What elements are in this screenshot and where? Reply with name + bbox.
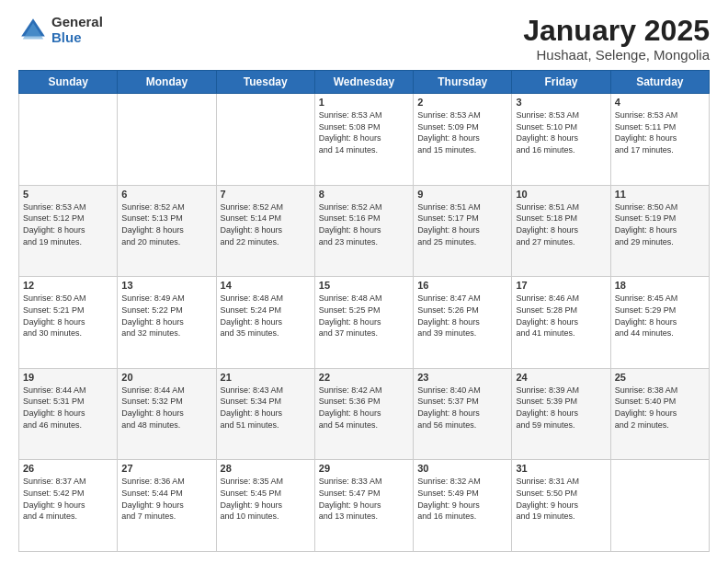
day-header-tuesday: Tuesday <box>216 71 314 94</box>
day-number: 31 <box>516 463 606 474</box>
day-number: 8 <box>319 189 409 200</box>
day-info: Sunrise: 8:36 AM Sunset: 5:44 PM Dayligh… <box>121 476 211 522</box>
day-info: Sunrise: 8:45 AM Sunset: 5:29 PM Dayligh… <box>615 293 705 339</box>
day-number: 15 <box>319 280 409 291</box>
day-number: 27 <box>121 463 211 474</box>
day-info: Sunrise: 8:52 AM Sunset: 5:14 PM Dayligh… <box>221 201 311 247</box>
day-info: Sunrise: 8:46 AM Sunset: 5:28 PM Dayligh… <box>516 293 606 339</box>
day-header-monday: Monday <box>118 71 216 94</box>
day-info: Sunrise: 8:52 AM Sunset: 5:16 PM Dayligh… <box>319 201 409 247</box>
day-number: 1 <box>319 97 409 108</box>
day-info: Sunrise: 8:53 AM Sunset: 5:08 PM Dayligh… <box>319 109 409 155</box>
calendar-cell: 6Sunrise: 8:52 AM Sunset: 5:13 PM Daylig… <box>118 185 216 277</box>
day-number: 20 <box>121 372 211 383</box>
day-info: Sunrise: 8:39 AM Sunset: 5:39 PM Dayligh… <box>516 385 606 431</box>
calendar-cell <box>19 94 118 186</box>
day-number: 14 <box>221 280 311 291</box>
day-info: Sunrise: 8:50 AM Sunset: 5:21 PM Dayligh… <box>23 293 113 339</box>
day-info: Sunrise: 8:38 AM Sunset: 5:40 PM Dayligh… <box>615 385 705 431</box>
day-info: Sunrise: 8:37 AM Sunset: 5:42 PM Dayligh… <box>23 476 113 522</box>
day-number: 16 <box>417 280 507 291</box>
day-header-sunday: Sunday <box>19 71 118 94</box>
day-info: Sunrise: 8:53 AM Sunset: 5:09 PM Dayligh… <box>417 109 507 155</box>
day-number: 5 <box>23 189 113 200</box>
day-number: 29 <box>319 463 409 474</box>
calendar-cell: 20Sunrise: 8:44 AM Sunset: 5:32 PM Dayli… <box>118 368 216 460</box>
calendar-cell: 1Sunrise: 8:53 AM Sunset: 5:08 PM Daylig… <box>314 94 413 186</box>
day-info: Sunrise: 8:31 AM Sunset: 5:50 PM Dayligh… <box>516 476 606 522</box>
logo-text: General Blue <box>51 15 103 45</box>
day-number: 22 <box>319 372 409 383</box>
day-info: Sunrise: 8:48 AM Sunset: 5:24 PM Dayligh… <box>221 293 311 339</box>
day-info: Sunrise: 8:40 AM Sunset: 5:37 PM Dayligh… <box>417 385 507 431</box>
calendar-cell <box>610 460 709 552</box>
day-info: Sunrise: 8:49 AM Sunset: 5:22 PM Dayligh… <box>121 293 211 339</box>
day-header-friday: Friday <box>512 71 610 94</box>
calendar-cell: 3Sunrise: 8:53 AM Sunset: 5:10 PM Daylig… <box>512 94 610 186</box>
day-info: Sunrise: 8:32 AM Sunset: 5:49 PM Dayligh… <box>417 476 507 522</box>
calendar-cell: 4Sunrise: 8:53 AM Sunset: 5:11 PM Daylig… <box>610 94 709 186</box>
calendar-cell: 15Sunrise: 8:48 AM Sunset: 5:25 PM Dayli… <box>314 277 413 369</box>
calendar-cell: 23Sunrise: 8:40 AM Sunset: 5:37 PM Dayli… <box>414 368 512 460</box>
page: General Blue January 2025 Hushaat, Selen… <box>0 0 728 563</box>
day-info: Sunrise: 8:48 AM Sunset: 5:25 PM Dayligh… <box>319 293 409 339</box>
day-info: Sunrise: 8:51 AM Sunset: 5:18 PM Dayligh… <box>516 201 606 247</box>
calendar-cell: 5Sunrise: 8:53 AM Sunset: 5:12 PM Daylig… <box>19 185 118 277</box>
calendar-cell: 12Sunrise: 8:50 AM Sunset: 5:21 PM Dayli… <box>19 277 118 369</box>
day-header-thursday: Thursday <box>414 71 512 94</box>
calendar-cell: 26Sunrise: 8:37 AM Sunset: 5:42 PM Dayli… <box>19 460 118 552</box>
logo-icon <box>18 16 48 45</box>
title-block: January 2025 Hushaat, Selenge, Mongolia <box>523 15 710 63</box>
day-info: Sunrise: 8:43 AM Sunset: 5:34 PM Dayligh… <box>221 385 311 431</box>
day-number: 12 <box>23 280 113 291</box>
day-number: 17 <box>516 280 606 291</box>
day-number: 23 <box>417 372 507 383</box>
calendar-cell: 18Sunrise: 8:45 AM Sunset: 5:29 PM Dayli… <box>610 277 709 369</box>
calendar-cell: 11Sunrise: 8:50 AM Sunset: 5:19 PM Dayli… <box>610 185 709 277</box>
calendar-subtitle: Hushaat, Selenge, Mongolia <box>523 47 710 63</box>
day-info: Sunrise: 8:42 AM Sunset: 5:36 PM Dayligh… <box>319 385 409 431</box>
calendar-cell: 24Sunrise: 8:39 AM Sunset: 5:39 PM Dayli… <box>512 368 610 460</box>
calendar-cell: 14Sunrise: 8:48 AM Sunset: 5:24 PM Dayli… <box>216 277 314 369</box>
day-info: Sunrise: 8:53 AM Sunset: 5:12 PM Dayligh… <box>23 201 113 247</box>
day-header-saturday: Saturday <box>610 71 709 94</box>
calendar-cell: 17Sunrise: 8:46 AM Sunset: 5:28 PM Dayli… <box>512 277 610 369</box>
calendar-table: SundayMondayTuesdayWednesdayThursdayFrid… <box>18 70 710 552</box>
day-info: Sunrise: 8:52 AM Sunset: 5:13 PM Dayligh… <box>121 201 211 247</box>
day-info: Sunrise: 8:53 AM Sunset: 5:11 PM Dayligh… <box>615 109 705 155</box>
calendar-cell: 28Sunrise: 8:35 AM Sunset: 5:45 PM Dayli… <box>216 460 314 552</box>
day-info: Sunrise: 8:33 AM Sunset: 5:47 PM Dayligh… <box>319 476 409 522</box>
day-info: Sunrise: 8:44 AM Sunset: 5:32 PM Dayligh… <box>121 385 211 431</box>
logo-blue-text: Blue <box>51 30 103 46</box>
calendar-cell: 31Sunrise: 8:31 AM Sunset: 5:50 PM Dayli… <box>512 460 610 552</box>
logo: General Blue <box>18 15 103 45</box>
day-number: 10 <box>516 189 606 200</box>
day-number: 21 <box>221 372 311 383</box>
day-number: 19 <box>23 372 113 383</box>
day-number: 7 <box>221 189 311 200</box>
calendar-cell <box>118 94 216 186</box>
day-header-wednesday: Wednesday <box>314 71 413 94</box>
day-number: 18 <box>615 280 705 291</box>
calendar-cell: 9Sunrise: 8:51 AM Sunset: 5:17 PM Daylig… <box>414 185 512 277</box>
day-info: Sunrise: 8:35 AM Sunset: 5:45 PM Dayligh… <box>221 476 311 522</box>
calendar-cell: 25Sunrise: 8:38 AM Sunset: 5:40 PM Dayli… <box>610 368 709 460</box>
day-number: 11 <box>615 189 705 200</box>
week-row-3: 19Sunrise: 8:44 AM Sunset: 5:31 PM Dayli… <box>19 368 710 460</box>
day-number: 4 <box>615 97 705 108</box>
week-row-4: 26Sunrise: 8:37 AM Sunset: 5:42 PM Dayli… <box>19 460 710 552</box>
week-row-0: 1Sunrise: 8:53 AM Sunset: 5:08 PM Daylig… <box>19 94 710 186</box>
day-number: 6 <box>121 189 211 200</box>
day-info: Sunrise: 8:53 AM Sunset: 5:10 PM Dayligh… <box>516 109 606 155</box>
calendar-cell: 13Sunrise: 8:49 AM Sunset: 5:22 PM Dayli… <box>118 277 216 369</box>
week-row-1: 5Sunrise: 8:53 AM Sunset: 5:12 PM Daylig… <box>19 185 710 277</box>
day-number: 26 <box>23 463 113 474</box>
calendar-cell: 16Sunrise: 8:47 AM Sunset: 5:26 PM Dayli… <box>414 277 512 369</box>
week-row-2: 12Sunrise: 8:50 AM Sunset: 5:21 PM Dayli… <box>19 277 710 369</box>
calendar-cell: 10Sunrise: 8:51 AM Sunset: 5:18 PM Dayli… <box>512 185 610 277</box>
calendar-cell: 8Sunrise: 8:52 AM Sunset: 5:16 PM Daylig… <box>314 185 413 277</box>
day-number: 13 <box>121 280 211 291</box>
day-info: Sunrise: 8:47 AM Sunset: 5:26 PM Dayligh… <box>417 293 507 339</box>
day-number: 3 <box>516 97 606 108</box>
day-number: 25 <box>615 372 705 383</box>
